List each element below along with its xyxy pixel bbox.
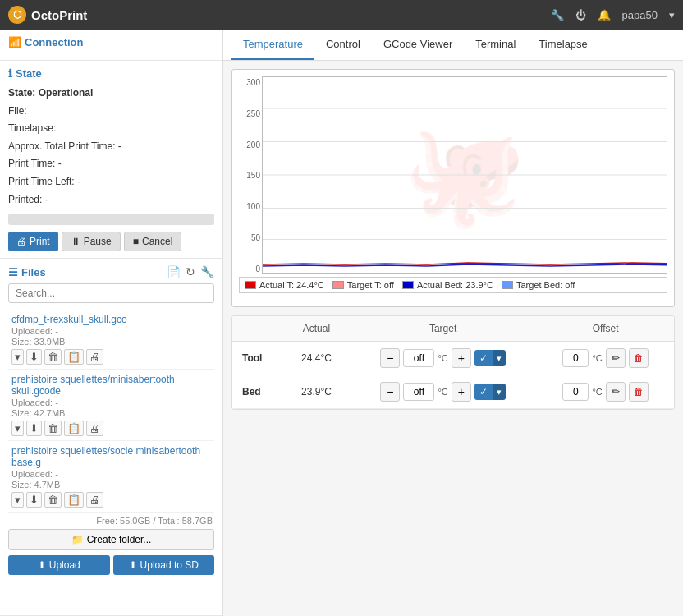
bed-offset-delete[interactable]: 🗑 — [629, 382, 649, 402]
list-item: prehistoire squellettes/socle minisabert… — [8, 441, 214, 513]
pause-button-label: Pause — [84, 236, 112, 247]
transfer-icon[interactable]: 📋 — [64, 421, 84, 436]
pause-icon: ⏸ — [71, 236, 80, 247]
tab-gcode-viewer[interactable]: GCode Viewer — [372, 30, 464, 60]
tool-confirm-button[interactable]: ✓ — [474, 350, 493, 366]
bed-target-input[interactable] — [403, 383, 434, 401]
tool-target-minus[interactable]: − — [380, 348, 400, 368]
bed-name: Bed — [232, 375, 284, 409]
legend-target-t: Target T: off — [332, 280, 394, 290]
y-label-100: 100 — [239, 202, 260, 211]
file-actions-1: ▾ ⬇ 🗑 📋 🖨 — [11, 421, 211, 436]
transfer-icon[interactable]: 📋 — [64, 492, 84, 508]
user-caret[interactable]: ▾ — [669, 9, 675, 21]
trash-icon[interactable]: 🗑 — [44, 421, 62, 436]
table-row: Tool 24.4°C − °C + ✓ ▾ — [232, 342, 674, 375]
file-name-2[interactable]: prehistoire squellettes/socle minisabert… — [11, 445, 211, 468]
tabs: Temperature Control GCode Viewer Termina… — [223, 30, 683, 61]
files-search-input[interactable] — [8, 283, 214, 303]
pause-button[interactable]: ⏸ Pause — [62, 232, 121, 251]
print-icon: 🖨 — [16, 236, 26, 247]
cancel-icon: ■ — [133, 236, 139, 247]
print-file-icon[interactable]: 🖨 — [86, 349, 103, 365]
files-title[interactable]: ☰ Files — [8, 266, 46, 278]
bed-offset-input[interactable] — [562, 383, 589, 401]
refresh-icon[interactable]: ↻ — [186, 265, 195, 278]
state-header[interactable]: ℹ State — [8, 67, 214, 80]
files-title-label: Files — [21, 266, 46, 278]
print-button[interactable]: 🖨 Print — [8, 232, 58, 251]
bed-offset-edit[interactable]: ✏ — [606, 382, 626, 402]
printed-label: Printed: — [8, 194, 42, 205]
bed-target-plus[interactable]: + — [452, 382, 471, 402]
tool-offset-input[interactable] — [562, 349, 589, 367]
print-time-value: - — [58, 158, 62, 169]
connection-header[interactable]: 📶 Connection — [8, 36, 214, 48]
file-name-1[interactable]: prehistoire squellettes/minisabertooth s… — [11, 374, 211, 397]
file-name-0[interactable]: cfdmp_t-rexskull_skull.gco — [11, 314, 211, 325]
tab-temperature[interactable]: Temperature — [231, 30, 314, 60]
progress-bar-container — [8, 214, 214, 225]
sidebar: 📶 Connection ℹ State State: Operational … — [0, 30, 223, 616]
chevron-down-icon[interactable]: ▾ — [11, 349, 24, 365]
settings-icon[interactable]: 🔧 — [551, 9, 564, 21]
new-file-icon[interactable]: 📄 — [167, 265, 181, 278]
file-uploaded-2: Uploaded: - — [11, 469, 211, 479]
upload-sd-button[interactable]: ⬆ Upload to SD — [113, 555, 215, 575]
y-label-0: 0 — [239, 264, 260, 274]
trash-icon[interactable]: 🗑 — [44, 349, 62, 365]
legend-target-t-color — [332, 281, 344, 289]
print-file-icon[interactable]: 🖨 — [86, 421, 103, 436]
tab-control[interactable]: Control — [314, 30, 372, 60]
chevron-down-icon[interactable]: ▾ — [11, 492, 24, 508]
download-icon[interactable]: ⬇ — [26, 492, 42, 508]
bed-actual: 23.9°C — [284, 375, 349, 409]
create-folder-button[interactable]: 📁 Create folder... — [8, 529, 214, 550]
tab-terminal[interactable]: Terminal — [464, 30, 527, 60]
bed-target-minus[interactable]: − — [380, 382, 400, 402]
col-header-target: Target — [349, 316, 537, 342]
tool-target-plus[interactable]: + — [452, 348, 471, 368]
list-item: cfdmp_t-rexskull_skull.gco Uploaded: - S… — [8, 310, 214, 370]
cancel-button[interactable]: ■ Cancel — [124, 232, 182, 251]
bed-confirm-button[interactable]: ✓ — [474, 384, 493, 400]
legend-actual-bed-color — [402, 281, 414, 289]
chevron-down-icon[interactable]: ▾ — [11, 421, 24, 436]
print-button-label: Print — [30, 236, 50, 247]
print-file-icon[interactable]: 🖨 — [86, 492, 103, 508]
bell-icon[interactable]: 🔔 — [598, 9, 611, 21]
bed-target-cell: − °C + ✓ ▾ — [349, 375, 537, 409]
temperature-table: Actual Target Offset Tool 24.4°C — [231, 315, 675, 410]
y-label-50: 50 — [239, 233, 260, 242]
col-header-actual: Actual — [284, 316, 349, 342]
octoprint-logo: ⬡ — [8, 6, 26, 24]
upload-button[interactable]: ⬆ Upload — [8, 555, 110, 575]
bed-confirm-dropdown[interactable]: ▾ — [493, 384, 506, 400]
upload-label: Upload — [49, 559, 80, 571]
trash-icon[interactable]: 🗑 — [44, 492, 62, 508]
download-icon[interactable]: ⬇ — [26, 349, 42, 365]
upload-sd-label: Upload to SD — [140, 559, 199, 571]
chart-plot: 🐙 — [262, 76, 667, 274]
legend-actual-bed-label: Actual Bed: 23.9°C — [417, 280, 493, 290]
tool-confirm-dropdown[interactable]: ▾ — [493, 350, 506, 366]
state-section: ℹ State State: Operational File: Timelap… — [0, 61, 222, 259]
transfer-icon[interactable]: 📋 — [64, 349, 84, 365]
temperature-tab-content: 300 250 200 150 100 50 0 🐙 — [223, 61, 683, 616]
printed-row: Printed: - — [8, 191, 214, 209]
tool-offset-delete[interactable]: 🗑 — [629, 348, 649, 368]
y-axis: 300 250 200 150 100 50 0 — [239, 76, 262, 274]
user-menu[interactable]: papa50 — [622, 9, 658, 21]
power-icon[interactable]: ⏻ — [575, 9, 586, 21]
print-time-label: Print Time: — [8, 158, 55, 169]
tab-timelapse[interactable]: Timelapse — [527, 30, 598, 60]
tool-offset-unit: °C — [592, 353, 602, 363]
download-icon[interactable]: ⬇ — [26, 421, 42, 436]
tool-offset-edit[interactable]: ✏ — [606, 348, 626, 368]
wrench-icon[interactable]: 🔧 — [200, 265, 214, 278]
file-uploaded-1: Uploaded: - — [11, 398, 211, 407]
upload-icon: ⬆ — [38, 559, 46, 571]
file-size-2: Size: 4.7MB — [11, 480, 211, 490]
navbar: ⬡ OctoPrint 🔧 ⏻ 🔔 papa50 ▾ — [0, 0, 683, 30]
tool-target-input[interactable] — [403, 349, 434, 367]
